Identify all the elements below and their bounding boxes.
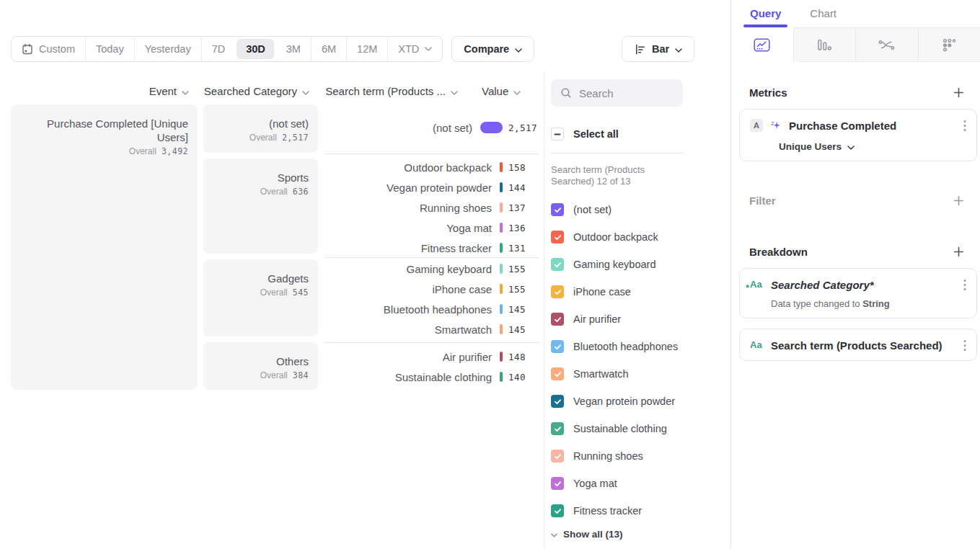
- term-row-bluetooth-headphones: Bluetooth headphones145: [325, 299, 539, 319]
- column-header-value[interactable]: Value: [482, 84, 539, 97]
- date-range-yesterday[interactable]: Yesterday: [134, 37, 201, 61]
- metric-card[interactable]: A Purchase Completed Unique Users: [739, 109, 977, 161]
- checkbox-yoga-mat[interactable]: [551, 477, 564, 490]
- term-value: 158: [508, 162, 539, 173]
- checkbox-not-set[interactable]: [551, 203, 564, 216]
- view-insights-tab[interactable]: [731, 27, 794, 62]
- date-range-6m[interactable]: 6M: [311, 37, 346, 61]
- legend-search-box[interactable]: [551, 79, 683, 107]
- tab-chart[interactable]: Chart: [810, 7, 836, 27]
- legend-item-gaming-keyboard[interactable]: Gaming keyboard: [551, 251, 730, 278]
- check-icon: [554, 508, 562, 514]
- date-range-12m[interactable]: 12M: [346, 37, 387, 61]
- checkbox-fitness-tracker[interactable]: [551, 504, 564, 517]
- add-breakdown-button[interactable]: [953, 246, 964, 257]
- breakdown-name: Searched Category*: [771, 279, 956, 291]
- add-filter-button[interactable]: [953, 195, 964, 206]
- view-flows-tab[interactable]: [855, 27, 918, 62]
- checkbox-air-purifier[interactable]: [551, 313, 564, 326]
- term-value: 131: [508, 243, 539, 254]
- checkbox-running-shoes[interactable]: [551, 450, 564, 463]
- term-label: Fitness tracker: [325, 242, 492, 254]
- term-label: Smartwatch: [325, 323, 492, 336]
- column-header-search-term[interactable]: Search term (Products ...: [325, 84, 458, 97]
- column-header-searched-category[interactable]: Searched Category: [203, 84, 309, 97]
- legend-item-not-set[interactable]: (not set): [551, 196, 730, 223]
- search-input[interactable]: [579, 87, 674, 99]
- select-all-row[interactable]: Select all: [551, 128, 730, 140]
- chevron-down-icon: [551, 529, 557, 540]
- term-value: 145: [508, 304, 539, 315]
- event-sparkle-icon: [770, 120, 782, 131]
- legend-item-air-purifier[interactable]: Air purifier: [551, 305, 730, 333]
- date-range-label: 6M: [322, 43, 336, 55]
- category-overall: Overall2,517: [211, 133, 309, 143]
- legend-item-label: Running shoes: [573, 450, 643, 462]
- checkbox-smartwatch[interactable]: [551, 367, 564, 380]
- checkbox-outdoor-backpack[interactable]: [551, 231, 564, 244]
- filter-section-header: Filter: [731, 195, 980, 207]
- view-retention-tab[interactable]: [918, 27, 980, 62]
- flows-icon: [878, 38, 895, 52]
- date-range-xtd[interactable]: XTD: [387, 37, 442, 61]
- metric-unit-dropdown[interactable]: Unique Users: [750, 141, 966, 152]
- chevron-down-icon: [451, 85, 458, 97]
- column-header-event[interactable]: Event: [11, 84, 189, 97]
- search-icon: [560, 87, 572, 99]
- checkbox-sustainable-clothing[interactable]: [551, 422, 564, 435]
- date-range-7d[interactable]: 7D: [201, 37, 236, 61]
- checkbox-vegan-protein-powder[interactable]: [551, 395, 564, 408]
- tab-query[interactable]: Query: [750, 7, 781, 27]
- checkbox-iphone-case[interactable]: [551, 285, 564, 298]
- metric-badge: A: [750, 119, 763, 132]
- breakdown-note: Data type changed to String: [750, 298, 966, 309]
- chart-type-label: Bar: [652, 43, 669, 55]
- checkbox-gaming-keyboard[interactable]: [551, 258, 564, 271]
- toolbar: CustomTodayYesterday7D30D3M6M12MXTD Comp…: [11, 36, 534, 62]
- legend-item-label: Bluetooth headphones: [573, 341, 678, 352]
- compare-button[interactable]: Compare: [451, 36, 534, 62]
- legend-item-yoga-mat[interactable]: Yoga mat: [551, 470, 730, 497]
- overall-label: Overall: [129, 146, 156, 156]
- date-range-today[interactable]: Today: [85, 37, 134, 61]
- legend-item-bluetooth-headphones[interactable]: Bluetooth headphones: [551, 333, 730, 360]
- chart-type-selector[interactable]: Bar: [622, 36, 694, 62]
- date-range-3m[interactable]: 3M: [275, 37, 311, 61]
- legend-item-iphone-case[interactable]: iPhone case: [551, 278, 730, 305]
- category-name: (not set): [211, 117, 309, 130]
- breakdown-card-search-term[interactable]: Aa Search term (Products Searched): [739, 329, 977, 361]
- breakdown-options-kebab[interactable]: [963, 339, 966, 352]
- value-bar: [500, 243, 503, 253]
- legend-item-sustainable-clothing[interactable]: Sustainable clothing: [551, 415, 730, 442]
- show-all-label: Show all (13): [563, 529, 623, 540]
- show-all-toggle[interactable]: Show all (13): [551, 529, 730, 540]
- column-header-label: Search term (Products ...: [325, 85, 446, 97]
- query-panel: Query Chart Metrics A Purchase Completed…: [730, 0, 980, 549]
- value-bar: [500, 372, 503, 382]
- breakdown-card-searched-category[interactable]: Aa* Searched Category* Data type changed…: [739, 268, 977, 318]
- term-row-group: (not set)2,517: [325, 104, 539, 153]
- value-bar: [500, 324, 503, 334]
- value-bar: [500, 264, 503, 274]
- term-row-group: Gaming keyboard155iPhone case155Bluetoot…: [325, 257, 539, 342]
- event-cell: Purchase Completed [Unique Users] Overal…: [11, 104, 198, 390]
- select-all-checkbox[interactable]: [551, 128, 564, 140]
- date-range-30d[interactable]: 30D: [237, 39, 274, 59]
- view-funnels-tab[interactable]: [794, 27, 856, 62]
- legend-item-running-shoes[interactable]: Running shoes: [551, 442, 730, 470]
- category-name: Others: [211, 354, 309, 368]
- breakdown-options-kebab[interactable]: [963, 279, 966, 291]
- metric-options-kebab[interactable]: [963, 120, 966, 132]
- checkbox-bluetooth-headphones[interactable]: [551, 340, 564, 353]
- overall-value: 636: [293, 187, 309, 197]
- legend-item-vegan-protein-powder[interactable]: Vegan protein powder: [551, 388, 730, 415]
- check-icon: [554, 289, 562, 295]
- legend-item-fitness-tracker[interactable]: Fitness tracker: [551, 497, 730, 525]
- overall-label: Overall: [260, 370, 288, 380]
- legend-item-smartwatch[interactable]: Smartwatch: [551, 360, 730, 388]
- date-range-custom[interactable]: Custom: [12, 37, 85, 61]
- term-label: Bluetooth headphones: [325, 303, 492, 316]
- add-metric-button[interactable]: [953, 87, 964, 98]
- legend-item-label: Sustainable clothing: [573, 423, 667, 434]
- legend-item-outdoor-backpack[interactable]: Outdoor backpack: [551, 223, 730, 251]
